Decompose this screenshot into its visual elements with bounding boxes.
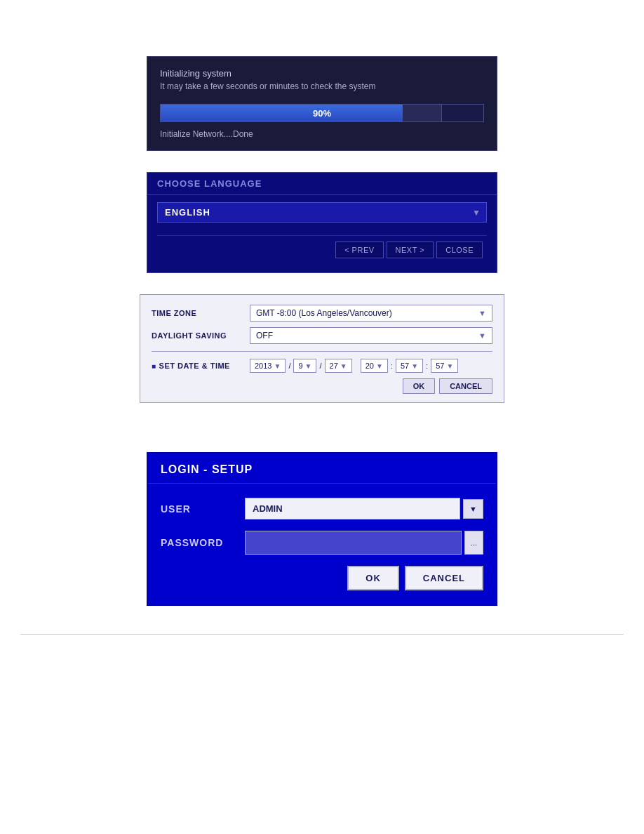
daylight-row: DAYLIGHT SAVING OFF ▼ — [152, 327, 492, 344]
progress-text: 90% — [161, 108, 483, 119]
lang-body: ENGLISH ▼ < PREV NEXT > CLOSE — [147, 195, 497, 272]
datetime-panel: TIME ZONE GMT -8:00 (Los Angeles/Vancouv… — [140, 294, 504, 403]
lang-header: CHOOSE LANGUAGE — [147, 173, 497, 195]
lang-panel: CHOOSE LANGUAGE ENGLISH ▼ < PREV NEXT > … — [147, 172, 497, 273]
daylight-label: DAYLIGHT SAVING — [152, 331, 250, 340]
slash1: / — [288, 362, 290, 370]
progress-bar: 90% — [160, 104, 484, 122]
hour-field[interactable]: 20 ▼ — [361, 359, 388, 373]
init-title: Initializing system — [160, 68, 484, 79]
user-dropdown-arrow[interactable]: ▼ — [463, 499, 483, 519]
timezone-arrow: ▼ — [478, 309, 486, 317]
daylight-arrow: ▼ — [478, 331, 486, 340]
day-field[interactable]: 27 ▼ — [325, 359, 352, 373]
init-panel: Initializing system It may take a few se… — [147, 56, 497, 151]
day-arrow: ▼ — [340, 362, 347, 370]
timezone-field[interactable]: GMT -8:00 (Los Angeles/Vancouver) ▼ — [250, 305, 492, 322]
user-value: ADMIN — [253, 503, 283, 514]
year-field[interactable]: 2013 ▼ — [250, 359, 286, 373]
password-field-wrap: ... — [245, 531, 483, 555]
year-value: 2013 — [255, 362, 271, 370]
dt-action-row: OK CANCEL — [152, 378, 492, 394]
slash2: / — [319, 362, 321, 370]
user-input[interactable]: ADMIN — [245, 498, 460, 519]
timezone-label: TIME ZONE — [152, 309, 250, 317]
user-row: USER ADMIN ▼ — [161, 498, 483, 519]
bottom-rule — [20, 634, 624, 635]
init-subtitle: It may take a few seconds or minutes to … — [160, 81, 484, 91]
minute-field[interactable]: 57 ▼ — [396, 359, 423, 373]
dt-ok-button[interactable]: OK — [403, 378, 436, 394]
dt-cancel-button[interactable]: CANCEL — [439, 378, 492, 394]
second-arrow: ▼ — [446, 362, 453, 370]
user-field-wrap: ADMIN ▼ — [245, 498, 483, 519]
timezone-value: GMT -8:00 (Los Angeles/Vancouver) — [256, 308, 474, 318]
day-value: 27 — [330, 362, 338, 370]
month-value: 9 — [298, 362, 302, 370]
init-status: Initialize Network....Done — [160, 129, 484, 139]
second-value: 57 — [436, 362, 444, 370]
month-field[interactable]: 9 ▼ — [293, 359, 316, 373]
login-body: USER ADMIN ▼ PASSWORD ... OK CANCEL — [148, 484, 496, 604]
login-cancel-button[interactable]: CANCEL — [405, 566, 483, 590]
timezone-row: TIME ZONE GMT -8:00 (Los Angeles/Vancouv… — [152, 305, 492, 322]
year-arrow: ▼ — [274, 362, 281, 370]
login-panel: LOGIN - SETUP USER ADMIN ▼ PASSWORD ... … — [147, 452, 497, 606]
minute-arrow: ▼ — [411, 362, 418, 370]
minute-value: 57 — [401, 362, 409, 370]
set-date-text: SET DATE & TIME — [159, 362, 230, 370]
close-button[interactable]: CLOSE — [436, 241, 483, 258]
lang-select-row[interactable]: ENGLISH ▼ — [157, 202, 487, 223]
colon2: : — [426, 362, 428, 370]
password-dots-button[interactable]: ... — [464, 531, 483, 555]
password-input[interactable] — [245, 531, 462, 555]
second-field[interactable]: 57 ▼ — [431, 359, 458, 373]
daylight-field[interactable]: OFF ▼ — [250, 327, 492, 344]
set-date-label: ■ SET DATE & TIME — [152, 362, 250, 370]
password-label: PASSWORD — [161, 537, 245, 548]
date-fields: 2013 ▼ / 9 ▼ / 27 ▼ 20 ▼ : 57 ▼ : — [250, 359, 458, 373]
next-button[interactable]: NEXT > — [387, 241, 434, 258]
month-arrow: ▼ — [305, 362, 312, 370]
colon1: : — [391, 362, 393, 370]
login-ok-button[interactable]: OK — [347, 566, 399, 590]
prev-button[interactable]: < PREV — [335, 241, 383, 258]
lang-dropdown-arrow: ▼ — [467, 204, 486, 222]
lang-buttons: < PREV NEXT > CLOSE — [157, 235, 487, 265]
password-row: PASSWORD ... — [161, 531, 483, 555]
hour-arrow: ▼ — [376, 362, 383, 370]
login-header: LOGIN - SETUP — [148, 454, 496, 484]
hour-value: 20 — [365, 362, 374, 370]
login-actions: OK CANCEL — [161, 566, 483, 590]
daylight-value: OFF — [256, 331, 474, 340]
bullet-icon: ■ — [152, 362, 156, 370]
dt-separator — [152, 351, 492, 352]
user-label: USER — [161, 503, 245, 515]
set-date-row: ■ SET DATE & TIME 2013 ▼ / 9 ▼ / 27 ▼ 20… — [152, 359, 492, 373]
lang-selected-value: ENGLISH — [158, 203, 467, 222]
